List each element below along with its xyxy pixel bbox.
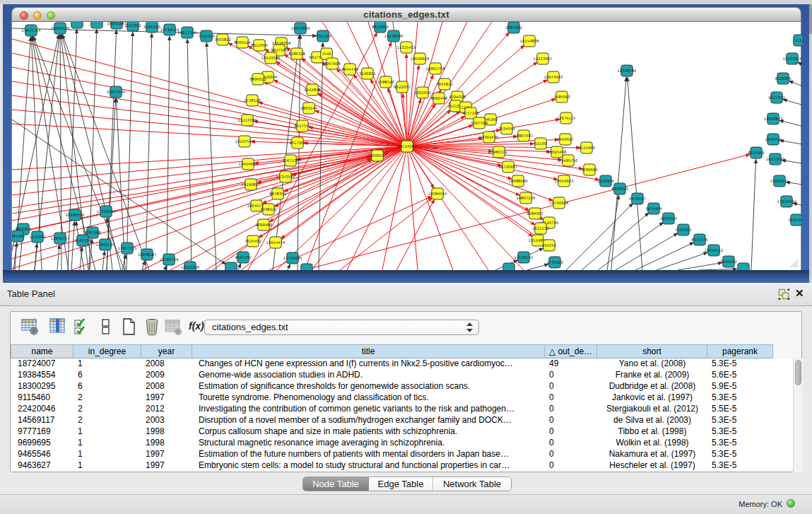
graph-node[interactable]: 1615132 <box>532 223 549 234</box>
graph-node[interactable]: 16782759 <box>160 254 179 265</box>
graph-node[interactable]: 7632621 <box>675 224 692 235</box>
table-cell[interactable]: 5.3E-5 <box>707 449 773 460</box>
graph-node[interactable]: 252254 <box>542 240 557 251</box>
table-cell[interactable]: 5.5E-5 <box>707 404 773 415</box>
table-cell[interactable]: 1997 <box>141 392 192 404</box>
close-panel-icon[interactable]: ✕ <box>795 287 804 300</box>
table-cell[interactable]: 9699695 <box>11 438 73 449</box>
table-cell[interactable]: 2009 <box>141 370 192 381</box>
table-row[interactable]: 1938455462009Genome-wide association stu… <box>11 370 793 381</box>
graph-node[interactable] <box>503 263 514 270</box>
graph-node[interactable]: 16210643 <box>766 153 785 165</box>
create-new-column-icon[interactable] <box>119 317 138 336</box>
graph-node[interactable]: 9463627 <box>557 134 574 145</box>
table-row[interactable]: 1830029562008Estimation of significance … <box>11 381 793 392</box>
graph-node[interactable]: 7986372 <box>490 146 507 158</box>
graph-node[interactable]: 11325419 <box>397 42 416 53</box>
table-row[interactable]: 1872400712008Changes of HCN gene express… <box>11 358 793 370</box>
table-cell[interactable]: 5.6E-5 <box>707 370 773 381</box>
graph-node[interactable]: 8813054 <box>372 22 389 33</box>
citation-network-graph[interactable]: 1872400714055714200914061005528715276026… <box>12 22 802 270</box>
table-cell[interactable]: Corpus callosum shape and size in male p… <box>192 426 545 438</box>
table-row[interactable]: 977716911998Corpus callosum shape and si… <box>11 426 793 438</box>
graph-node[interactable] <box>738 263 749 270</box>
graph-node[interactable]: 8471676 <box>691 234 708 245</box>
graph-node[interactable] <box>91 22 102 28</box>
tab-node-table[interactable]: Node Table <box>303 477 369 491</box>
table-cell[interactable]: 1 <box>73 460 141 472</box>
graph-node[interactable]: 12905135 <box>96 239 115 250</box>
graph-node[interactable]: 9896012 <box>249 74 266 85</box>
table-cell[interactable]: Structural magnetic resonance image aver… <box>192 438 545 449</box>
column-header-name[interactable]: name <box>11 344 73 358</box>
table-cell[interactable]: 14569117 <box>11 415 73 426</box>
table-cell[interactable]: Stergiakouli et al. (2012) <box>597 404 707 415</box>
graph-node[interactable]: 1498222 <box>260 204 277 215</box>
table-cell[interactable]: 0 <box>545 415 597 426</box>
graph-node[interactable]: 8186328 <box>288 48 305 59</box>
table-cell[interactable]: 1 <box>73 449 141 460</box>
graph-node[interactable]: 16154838 <box>520 35 540 47</box>
table-cell[interactable]: Franke et al. (2009) <box>597 370 707 381</box>
table-cell[interactable]: 2003 <box>141 415 192 426</box>
graph-node[interactable]: 12975115 <box>557 112 576 124</box>
table-selector-dropdown[interactable]: citations_edges.txt <box>204 320 479 335</box>
column-header-out_de[interactable]: △ out_de… <box>545 344 597 358</box>
table-cell[interactable]: 0 <box>545 392 597 404</box>
table-cell[interactable]: 2008 <box>141 358 192 370</box>
tab-network-table[interactable]: Network Table <box>433 477 511 491</box>
column-header-title[interactable]: title <box>192 344 545 358</box>
graph-node[interactable]: 1733426 <box>546 257 563 268</box>
graph-node[interactable]: 9099489 <box>255 219 272 230</box>
select-all-columns-icon[interactable] <box>73 317 92 336</box>
graph-node[interactable] <box>301 264 312 270</box>
table-row[interactable]: 2242004622012Investigating the contribut… <box>11 404 793 415</box>
graph-node[interactable]: 12213389 <box>238 115 257 126</box>
graph-node[interactable]: 16033809 <box>291 23 310 34</box>
graph-node[interactable] <box>71 22 83 28</box>
graph-node[interactable]: 8427552 <box>294 120 311 132</box>
table-cell[interactable]: Estimation of the future numbers of pati… <box>192 449 545 460</box>
graph-node[interactable]: 25053346 <box>107 86 126 98</box>
float-panel-icon[interactable] <box>778 288 790 300</box>
table-cell[interactable]: 0 <box>545 438 597 449</box>
scrollbar-thumb[interactable] <box>795 360 801 385</box>
graph-node[interactable]: 9684067 <box>526 208 543 219</box>
column-header-year[interactable]: year <box>141 344 192 358</box>
table-row[interactable]: 946554611997Estimation of the future num… <box>11 449 793 460</box>
table-cell[interactable]: 2 <box>73 392 141 404</box>
graph-node[interactable]: 3624554 <box>498 123 515 134</box>
table-cell[interactable]: 9115460 <box>11 392 73 404</box>
table-cell[interactable]: Investigating the contribution of common… <box>192 404 545 415</box>
table-cell[interactable]: 18724007 <box>11 358 73 370</box>
table-cell[interactable]: 9777169 <box>11 426 73 438</box>
delete-table-icon[interactable] <box>164 317 182 336</box>
table-cell[interactable]: Tourette syndrome. Phenomenology and cla… <box>192 392 545 404</box>
graph-node[interactable]: 12093873 <box>764 113 783 124</box>
table-cell[interactable]: 0 <box>545 404 597 415</box>
graph-node[interactable]: 12942757 <box>51 233 70 244</box>
resize-grip-icon[interactable] <box>789 259 799 268</box>
table-cell[interactable]: Yano et al. (2008) <box>597 358 707 370</box>
graph-node[interactable]: 8454749 <box>341 64 358 75</box>
table-cell[interactable]: Hescheler et al. (1997) <box>597 460 707 472</box>
table-cell[interactable]: 5.3E-5 <box>707 438 773 449</box>
delete-columns-icon[interactable] <box>143 317 161 336</box>
graph-node[interactable]: 16648784 <box>618 65 637 76</box>
graph-node[interactable]: 8322037 <box>394 81 411 93</box>
change-table-mode-icon[interactable] <box>20 317 39 336</box>
graph-node[interactable]: 9115460 <box>578 142 595 153</box>
graph-node[interactable]: 19384554 <box>428 188 448 199</box>
graph-node[interactable]: 10719155 <box>160 24 180 35</box>
unselect-all-columns-icon[interactable] <box>97 317 115 336</box>
table-cell[interactable]: 22420046 <box>11 404 73 415</box>
graph-node[interactable]: 16671355 <box>178 27 197 38</box>
graph-node[interactable]: 1167553 <box>788 214 802 226</box>
table-row[interactable]: 946362711997Embryonic stem cells: a mode… <box>11 460 793 472</box>
table-cell[interactable]: 5.3E-5 <box>707 460 773 472</box>
table-cell[interactable]: 1 <box>73 438 141 449</box>
graph-node[interactable]: 8215956 <box>748 147 765 158</box>
graph-node[interactable]: 7485063 <box>553 91 570 103</box>
graph-node[interactable]: 1244419 <box>765 134 782 145</box>
graph-node[interactable]: 9474444 <box>645 203 662 214</box>
